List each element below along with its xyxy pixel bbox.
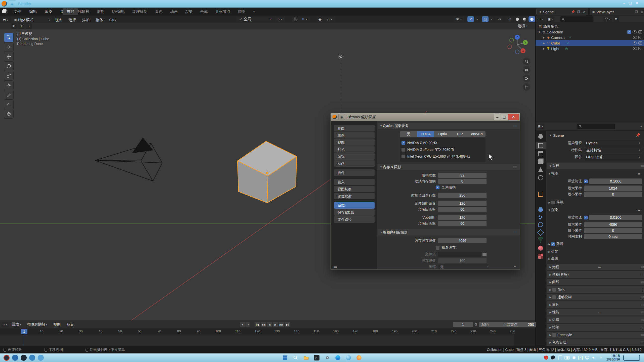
- time-limit-value[interactable]: 0 sec: [584, 234, 642, 239]
- menu-select[interactable]: 选择: [65, 16, 79, 23]
- viewport-noise-value[interactable]: 0.1000: [589, 178, 642, 184]
- editor-type-button[interactable]: ⬒▾: [2, 17, 10, 23]
- gizmo-neg-z[interactable]: [515, 50, 519, 54]
- device-checkbox[interactable]: [401, 155, 405, 158]
- tab-world[interactable]: [538, 175, 543, 180]
- timeline-track-area[interactable]: [0, 335, 535, 346]
- tab-output[interactable]: [538, 151, 543, 156]
- app-teal-icon[interactable]: [346, 355, 351, 360]
- preferences-titlebar[interactable]: ◈ Blender偏好设置 – ▢ ✕: [331, 113, 520, 121]
- visibility-dropdown[interactable]: 👁▾: [453, 16, 464, 22]
- pivot-point-dropdown[interactable]: ◌▾: [275, 16, 285, 22]
- dialog-minimize-button[interactable]: –: [494, 114, 501, 120]
- render-denoise-checkbox[interactable]: ✓: [551, 242, 555, 246]
- hide-eye-icon[interactable]: [633, 41, 637, 44]
- settings-gear-icon[interactable]: [325, 355, 330, 360]
- tool-move[interactable]: [4, 52, 14, 61]
- camera-view-button[interactable]: [523, 75, 530, 82]
- render-min-samples-value[interactable]: 0: [584, 228, 642, 233]
- pin-icon[interactable]: 📌: [571, 10, 575, 14]
- copy-viewlayer-icon[interactable]: ❐: [634, 10, 638, 14]
- motion-blur-checkbox[interactable]: [552, 295, 556, 299]
- subpanel-render-denoise[interactable]: ▶✓ 降噪: [548, 241, 642, 247]
- subpanel-viewport-sampling[interactable]: ▼视图 ≔: [548, 171, 642, 177]
- expand-arrow-icon[interactable]: ▶: [542, 36, 546, 39]
- tray-ime-icon[interactable]: A: [578, 355, 583, 360]
- tab-geometry-nodes[interactable]: 几何节点: [212, 8, 234, 15]
- device-dropdown[interactable]: GPU 计算▾: [584, 154, 642, 160]
- tab-render[interactable]: [538, 143, 543, 148]
- transform-orientation-dropdown[interactable]: ⤢ 全局 ▾: [236, 16, 272, 22]
- pref-tab-viewport[interactable]: 视图: [334, 139, 375, 146]
- hide-eye-icon[interactable]: [633, 47, 637, 50]
- vbo-gc-value[interactable]: 60: [438, 221, 487, 226]
- section-cycles-devices[interactable]: ▼Cycles 渲染设备∷∷: [377, 123, 520, 129]
- proportional-edit-toggle[interactable]: ◉: [317, 16, 323, 22]
- panel-curves[interactable]: ▶曲线∷∷: [547, 279, 644, 285]
- mode-dropdown[interactable]: ▣ 物体模式 ▾: [11, 17, 52, 23]
- panel-simplify[interactable]: ▶简化∷∷: [547, 286, 644, 293]
- taskbar-clock[interactable]: 19:18 2026/3/26: [604, 354, 620, 361]
- tab-scripting[interactable]: 脚本: [234, 8, 249, 15]
- launcher-icon-2[interactable]: [12, 355, 18, 361]
- outliner-row-camera[interactable]: ▶ ◆ Camera ⌗: [536, 35, 644, 40]
- end-frame-field[interactable]: 结束点250: [504, 322, 536, 327]
- device-row-rtx2080ti[interactable]: NVIDIA GeForce RTX 2080 Ti: [401, 147, 484, 153]
- overlays-toggle[interactable]: ◎: [482, 16, 489, 22]
- xray-toggle[interactable]: ▱: [496, 16, 503, 22]
- dialog-close-button[interactable]: ✕: [508, 114, 519, 120]
- navigation-gizmo[interactable]: Z Y X: [505, 33, 529, 57]
- tray-volume-icon[interactable]: [591, 355, 597, 360]
- pref-tab-animation[interactable]: 动画: [334, 160, 375, 167]
- device-checkbox[interactable]: ✓: [401, 141, 405, 145]
- tool-select-box[interactable]: [4, 33, 14, 42]
- compression-dropdown[interactable]: 无▾: [438, 264, 489, 269]
- tab-modifiers[interactable]: [538, 207, 543, 212]
- next-keyframe-button[interactable]: ▶▶: [279, 322, 284, 327]
- collection-checkbox[interactable]: ✓: [627, 30, 631, 34]
- viewport-noise-checkbox[interactable]: ✓: [584, 179, 588, 183]
- outliner-search-input[interactable]: [560, 16, 593, 22]
- scroll-up-chevron[interactable]: ˄: [514, 264, 516, 268]
- viewport-denoise-checkbox[interactable]: [551, 201, 555, 204]
- menu-edit[interactable]: 编辑: [25, 8, 41, 16]
- timeline-ruler[interactable]: 1020304050607080901001101201301401501601…: [0, 328, 535, 335]
- tab-modeling[interactable]: 建模: [78, 8, 93, 15]
- overlays-dropdown[interactable]: ▾: [489, 16, 493, 22]
- memory-cache-value[interactable]: 4096: [438, 238, 487, 243]
- outliner-filter-id-dropdown[interactable]: ▣▾: [546, 16, 554, 22]
- panel-grease-pencil[interactable]: ▶蜡笔∷∷: [547, 324, 644, 331]
- select-mode-dropdown[interactable]: ▾: [25, 23, 32, 29]
- shading-solid-button[interactable]: [514, 16, 520, 22]
- panel-color-management[interactable]: ▶色彩管理∷∷: [547, 339, 644, 346]
- menu-view[interactable]: 视图: [50, 321, 64, 328]
- tab-particles[interactable]: [538, 215, 543, 220]
- unlink-scene-icon[interactable]: ✕: [582, 10, 586, 14]
- tray-expand-chevron-icon[interactable]: ˄: [598, 355, 604, 360]
- properties-filter-dropdown[interactable]: ▾: [640, 125, 642, 128]
- shading-wireframe-button[interactable]: ⊕: [507, 16, 513, 22]
- start-button[interactable]: [282, 355, 288, 360]
- panel-film[interactable]: ▶胶片∷∷: [547, 301, 644, 308]
- camera-object[interactable]: [95, 138, 162, 181]
- minimize-button[interactable]: –: [623, 1, 629, 5]
- pref-tab-keymap[interactable]: 键位映射: [334, 193, 375, 199]
- device-checkbox[interactable]: [401, 148, 405, 152]
- window-controls[interactable]: –▢✕: [623, 1, 642, 5]
- dialog-maximize-button[interactable]: ▢: [501, 114, 508, 120]
- backend-oneapi[interactable]: oneAPI: [468, 131, 486, 137]
- feature-set-dropdown[interactable]: 支持特性▾: [584, 147, 642, 153]
- preset-menu-icon[interactable]: ≔: [637, 208, 641, 212]
- playhead[interactable]: 1: [21, 329, 27, 334]
- backend-cuda[interactable]: CUDA: [417, 131, 434, 137]
- shading-rendered-button[interactable]: [529, 16, 535, 22]
- menu-add[interactable]: 添加: [79, 16, 93, 23]
- outliner-filter-dropdown[interactable]: ▾: [603, 16, 612, 22]
- gizmos-dropdown[interactable]: ▾: [475, 16, 479, 22]
- device-row-xeon[interactable]: Intel Xeon CPU E5-1680 v4 @ 3.40GHz: [401, 153, 484, 159]
- menu-object[interactable]: 物体: [93, 16, 106, 23]
- proportional-falloff-dropdown[interactable]: ∩▾: [324, 16, 335, 22]
- properties-editor-type[interactable]: ☴▾: [537, 124, 544, 129]
- launcher-icon-4[interactable]: [29, 355, 35, 361]
- disk-cache-row[interactable]: 磁盘缓存: [436, 245, 456, 251]
